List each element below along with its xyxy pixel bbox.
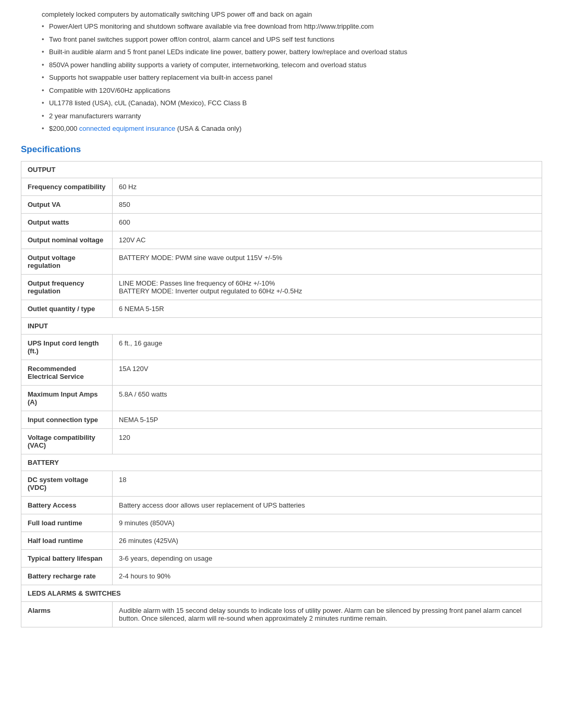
list-item: Two front panel switches support power o… — [42, 34, 542, 45]
row-value: 6 NEMA 5-15R — [113, 300, 542, 317]
row-label: Output frequency regulation — [21, 274, 113, 300]
table-row: Voltage compatibility (VAC)120 — [21, 428, 542, 454]
section-header-label: BATTERY — [21, 454, 542, 471]
table-row: Outlet quantity / type6 NEMA 5-15R — [21, 300, 542, 317]
list-item: 850VA power handling ability supports a … — [42, 60, 542, 70]
list-item: UL1778 listed (USA), cUL (Canada), NOM (… — [42, 98, 542, 108]
insurance-prefix: $200,000 — [49, 125, 79, 132]
table-row: Output voltage regulationBATTERY MODE: P… — [21, 249, 542, 274]
row-value: 26 minutes (425VA) — [113, 532, 542, 549]
table-row: Output frequency regulationLINE MODE: Pa… — [21, 274, 542, 300]
table-row: Half load runtime26 minutes (425VA) — [21, 532, 542, 549]
list-item-insurance: $200,000 connected equipment insurance (… — [42, 124, 542, 134]
insurance-link[interactable]: connected equipment insurance — [79, 125, 175, 132]
table-row: Typical battery lifespan3-6 years, depen… — [21, 549, 542, 567]
row-label: Output nominal voltage — [21, 231, 113, 249]
row-label: UPS Input cord length (ft.) — [21, 334, 113, 360]
table-section-header: BATTERY — [21, 454, 542, 471]
features-list: PowerAlert UPS monitoring and shutdown s… — [42, 21, 542, 134]
row-value: Battery access door allows user replacem… — [113, 496, 542, 514]
intro-text: completely locked computers by automatic… — [42, 10, 542, 18]
row-value: Audible alarm with 15 second delay sound… — [113, 601, 542, 627]
row-label: DC system voltage (VDC) — [21, 471, 113, 496]
table-row: Frequency compatibility60 Hz — [21, 178, 542, 195]
table-row: UPS Input cord length (ft.)6 ft., 16 gau… — [21, 334, 542, 360]
row-label: Output watts — [21, 213, 113, 231]
row-label: Input connection type — [21, 411, 113, 428]
table-row: Full load runtime9 minutes (850VA) — [21, 514, 542, 532]
table-row: AlarmsAudible alarm with 15 second delay… — [21, 601, 542, 627]
table-row: Battery recharge rate2-4 hours to 90% — [21, 567, 542, 585]
table-section-header: LEDS ALARMS & SWITCHES — [21, 585, 542, 601]
row-value: 5.8A / 650 watts — [113, 385, 542, 411]
row-value: 18 — [113, 471, 542, 496]
row-value: LINE MODE: Passes line frequency of 60Hz… — [113, 274, 542, 300]
row-label: Recommended Electrical Service — [21, 360, 113, 385]
row-value: 2-4 hours to 90% — [113, 567, 542, 585]
section-header-label: OUTPUT — [21, 161, 542, 178]
row-value: 3-6 years, depending on usage — [113, 549, 542, 567]
row-value: 120V AC — [113, 231, 542, 249]
table-section-header: OUTPUT — [21, 161, 542, 178]
row-label: Frequency compatibility — [21, 178, 113, 195]
row-value: 600 — [113, 213, 542, 231]
table-row: Output VA850 — [21, 195, 542, 213]
table-section-header: INPUT — [21, 317, 542, 334]
section-title: Specifications — [21, 144, 542, 155]
table-row: Recommended Electrical Service15A 120V — [21, 360, 542, 385]
row-label: Voltage compatibility (VAC) — [21, 428, 113, 454]
row-label: Alarms — [21, 601, 113, 627]
table-row: Maximum Input Amps (A)5.8A / 650 watts — [21, 385, 542, 411]
table-row: Output watts600 — [21, 213, 542, 231]
row-value: 60 Hz — [113, 178, 542, 195]
row-label: Typical battery lifespan — [21, 549, 113, 567]
row-value: 120 — [113, 428, 542, 454]
row-label: Output voltage regulation — [21, 249, 113, 274]
row-label: Battery recharge rate — [21, 567, 113, 585]
row-label: Half load runtime — [21, 532, 113, 549]
table-row: Battery AccessBattery access door allows… — [21, 496, 542, 514]
table-row: DC system voltage (VDC)18 — [21, 471, 542, 496]
specifications-table: OUTPUTFrequency compatibility60 HzOutput… — [21, 161, 542, 627]
section-header-label: INPUT — [21, 317, 542, 334]
row-value: 9 minutes (850VA) — [113, 514, 542, 532]
insurance-suffix: (USA & Canada only) — [175, 125, 241, 132]
row-value: 6 ft., 16 gauge — [113, 334, 542, 360]
list-item: Built-in audible alarm and 5 front panel… — [42, 47, 542, 57]
table-row: Output nominal voltage120V AC — [21, 231, 542, 249]
row-value: 15A 120V — [113, 360, 542, 385]
row-label: Output VA — [21, 195, 113, 213]
table-row: Input connection typeNEMA 5-15P — [21, 411, 542, 428]
row-label: Maximum Input Amps (A) — [21, 385, 113, 411]
row-value: NEMA 5-15P — [113, 411, 542, 428]
row-label: Full load runtime — [21, 514, 113, 532]
list-item: PowerAlert UPS monitoring and shutdown s… — [42, 21, 542, 32]
list-item: Supports hot swappable user battery repl… — [42, 72, 542, 83]
row-value: BATTERY MODE: PWM sine wave output 115V … — [113, 249, 542, 274]
section-header-label: LEDS ALARMS & SWITCHES — [21, 585, 542, 601]
row-value: 850 — [113, 195, 542, 213]
list-item: 2 year manufacturers warranty — [42, 111, 542, 121]
row-label: Battery Access — [21, 496, 113, 514]
list-item: Compatible with 120V/60Hz applications — [42, 85, 542, 96]
row-label: Outlet quantity / type — [21, 300, 113, 317]
